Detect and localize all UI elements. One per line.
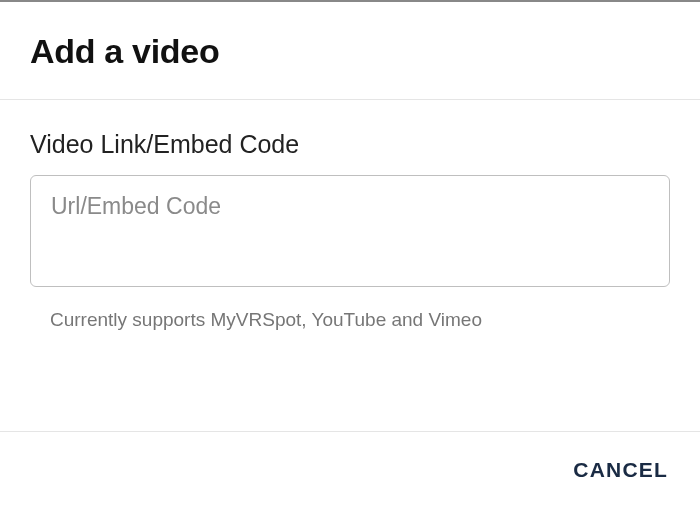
modal-footer: CANCEL xyxy=(0,432,700,508)
modal-content: Video Link/Embed Code Currently supports… xyxy=(0,100,700,432)
video-link-input[interactable] xyxy=(30,175,670,287)
cancel-button[interactable]: CANCEL xyxy=(571,454,670,486)
video-link-label: Video Link/Embed Code xyxy=(30,130,670,159)
video-link-helper: Currently supports MyVRSpot, YouTube and… xyxy=(30,309,670,331)
modal-title: Add a video xyxy=(30,32,670,71)
add-video-modal: Add a video Video Link/Embed Code Curren… xyxy=(0,0,700,508)
modal-header: Add a video xyxy=(0,2,700,100)
